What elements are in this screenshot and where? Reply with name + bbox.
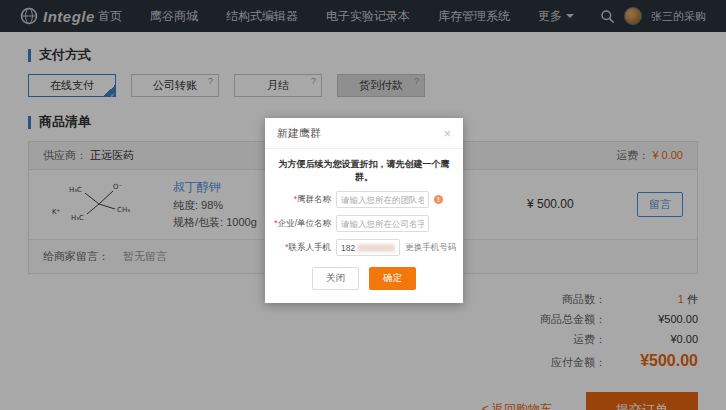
modal-cancel-button[interactable]: 关闭 bbox=[312, 267, 359, 290]
company-name-label: *企业/单位名称 bbox=[273, 218, 331, 230]
close-icon[interactable]: × bbox=[443, 127, 451, 140]
modal-header: 新建鹰群 × bbox=[265, 118, 463, 149]
group-name-label: *鹰群名称 bbox=[273, 194, 331, 206]
modal-buttons: 关闭 确定 bbox=[265, 267, 463, 290]
change-phone-link[interactable]: 更换手机号码 bbox=[405, 242, 456, 254]
modal-intro-text: 为方便后续为您设置折扣，请先创建一个鹰群。 bbox=[271, 158, 457, 184]
create-group-modal: 新建鹰群 × 为方便后续为您设置折扣，请先创建一个鹰群。 *鹰群名称 ! *企业… bbox=[265, 118, 463, 303]
modal-confirm-button[interactable]: 确定 bbox=[369, 267, 416, 290]
group-name-field: *鹰群名称 ! bbox=[273, 191, 455, 208]
contact-phone-label: *联系人手机 bbox=[273, 242, 331, 254]
phone-prefix: 182 bbox=[341, 243, 355, 253]
group-name-input[interactable] bbox=[336, 191, 429, 208]
contact-phone-input[interactable]: 182 bbox=[336, 239, 400, 256]
company-name-field: *企业/单位名称 bbox=[273, 215, 455, 232]
contact-phone-field: *联系人手机 182 更换手机号码 bbox=[273, 239, 455, 256]
modal-title: 新建鹰群 bbox=[277, 126, 321, 141]
warning-icon: ! bbox=[434, 195, 443, 204]
redacted-phone-digits bbox=[357, 244, 395, 252]
company-name-input[interactable] bbox=[336, 215, 429, 232]
